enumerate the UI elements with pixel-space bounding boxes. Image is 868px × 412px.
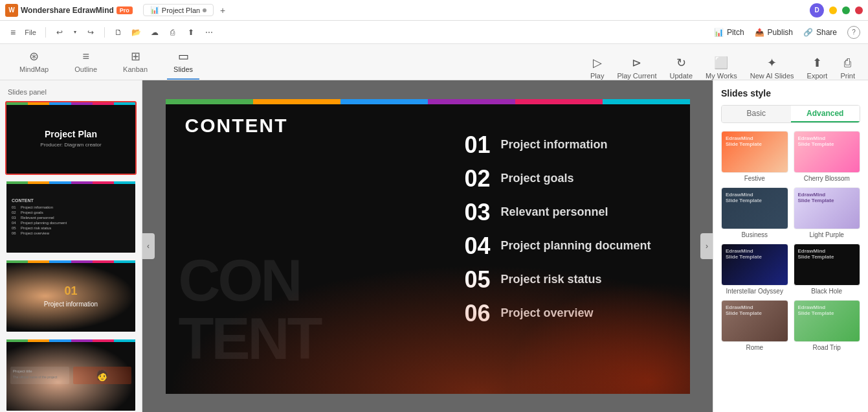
play-button[interactable]: ▷ Play: [590, 56, 604, 80]
tab-bar: 📊 Project Plan +: [143, 4, 229, 17]
item-2-num: 02: [458, 165, 490, 192]
help-button[interactable]: ?: [847, 26, 860, 39]
style-tab-advanced[interactable]: Advanced: [791, 106, 860, 122]
open-file-button[interactable]: 📂: [129, 25, 144, 40]
style-panel-title: Slides style: [721, 88, 860, 98]
style-road-trip[interactable]: EdrawMindSlide Template Road Trip: [794, 300, 861, 351]
play-current-label: Play Current: [617, 72, 656, 80]
item-1-num: 01: [458, 132, 490, 159]
window-maximize-button[interactable]: [842, 6, 850, 14]
slide-1-preview: Project Plan Producer: Diagram creator: [6, 102, 135, 174]
style-business[interactable]: EdrawMindSlide Template Business: [721, 187, 788, 238]
tab-outline[interactable]: ≡ Outline: [68, 45, 104, 80]
active-tab[interactable]: 📊 Project Plan: [143, 4, 214, 16]
item-5-num: 05: [458, 266, 490, 293]
slides-icon: ▭: [178, 49, 189, 63]
expand-style-panel-button[interactable]: ›: [700, 233, 713, 259]
new-file-button[interactable]: 🗋: [111, 25, 126, 40]
user-avatar[interactable]: D: [810, 3, 824, 17]
item-4-num: 04: [458, 233, 490, 260]
style-light-purple[interactable]: EdrawMindSlide Template Light Purple: [794, 187, 861, 238]
canvas-item-4: 04 Project planning document: [458, 233, 651, 260]
canvas-items-list: 01 Project information 02 Project goals …: [458, 132, 651, 327]
slide-3-title: Project information: [44, 301, 98, 308]
black-hole-name: Black Hole: [794, 288, 861, 295]
slide-thumb-3[interactable]: 01 Project information: [5, 259, 137, 333]
rome-thumb: EdrawMindSlide Template: [721, 300, 788, 342]
export-slides-button[interactable]: ⬆ Export: [807, 56, 828, 80]
file-label: File: [25, 29, 36, 36]
undo-button[interactable]: ↩: [52, 25, 67, 40]
slide-2-colorbar: [6, 181, 135, 184]
style-grid: EdrawMindSlide Template Festive EdrawMin…: [721, 131, 860, 351]
canvas-item-6: 06 Project overview: [458, 300, 651, 327]
hamburger-menu-button[interactable]: ≡: [8, 26, 18, 39]
collapse-panel-button[interactable]: ‹: [142, 233, 155, 259]
my-works-label: My Works: [706, 72, 737, 80]
add-tab-button[interactable]: +: [216, 4, 229, 17]
share-button[interactable]: 🔗 Share: [803, 28, 837, 37]
file-menu-button[interactable]: File: [22, 27, 39, 38]
cherry-thumb: EdrawMindSlide Template: [794, 131, 861, 173]
slide-4-inner: Project title The official name of the p…: [6, 363, 135, 388]
style-panel: Slides style Basic Advanced EdrawMindSli…: [713, 80, 868, 412]
item-6-num: 06: [458, 300, 490, 327]
update-label: Update: [670, 72, 693, 80]
style-interstellar[interactable]: EdrawMindSlide Template Interstellar Ody…: [721, 244, 788, 295]
print-button[interactable]: ⎙: [166, 25, 180, 40]
tab-mindmap[interactable]: ⊛ MindMap: [13, 44, 55, 80]
my-works-button[interactable]: ⬜ My Works: [706, 56, 737, 80]
interstellar-name: Interstellar Odyssey: [721, 288, 788, 295]
slides-panel: Slides panel Project Plan Producer: Diag…: [0, 80, 142, 412]
canvas-bg-text: CONTENT: [179, 251, 320, 368]
app-name: Wondershare EdrawMind: [21, 6, 114, 15]
update-button[interactable]: ↻ Update: [670, 56, 693, 80]
style-black-hole[interactable]: EdrawMindSlide Template Black Hole: [794, 244, 861, 295]
canvas-colorbar: [166, 99, 690, 104]
road-trip-name: Road Trip: [794, 344, 861, 351]
road-trip-thumb: EdrawMindSlide Template: [794, 300, 861, 342]
app-logo: W Wondershare EdrawMind Pro: [5, 4, 133, 17]
canvas-content-label: CONTENT: [185, 115, 288, 137]
slide-4-colorbar: [6, 339, 135, 342]
play-current-icon: ⊳: [632, 56, 641, 70]
new-ai-slides-button[interactable]: ✦ New AI Slides: [750, 56, 794, 80]
business-thumb: EdrawMindSlide Template: [721, 187, 788, 229]
slide-thumb-2[interactable]: CONTENT 01Project information 02Project …: [5, 180, 137, 254]
tab-kanban[interactable]: ⊞ Kanban: [117, 44, 154, 80]
mindmap-label: MindMap: [19, 65, 49, 73]
item-1-label: Project information: [500, 138, 607, 152]
update-icon: ↻: [676, 56, 686, 70]
slide-thumb-1[interactable]: Project Plan Producer: Diagram creator: [5, 101, 137, 175]
slide-3-colorbar: [6, 260, 135, 263]
publish-button[interactable]: 📤 Publish: [755, 28, 793, 37]
slide-thumb-4[interactable]: Project title The official name of the p…: [5, 338, 137, 412]
tab-slides[interactable]: ▭ Slides: [167, 44, 199, 80]
style-tab-basic[interactable]: Basic: [722, 106, 791, 122]
canvas-area: ‹ CONTENT CONTENT 01 Project information…: [142, 80, 713, 412]
save-cloud-button[interactable]: ☁: [148, 25, 162, 40]
rome-name: Rome: [721, 344, 788, 351]
window-minimize-button[interactable]: [829, 6, 837, 14]
kanban-icon: ⊞: [131, 49, 140, 63]
title-bar: W Wondershare EdrawMind Pro 📊 Project Pl…: [0, 0, 868, 21]
share-label: Share: [816, 28, 837, 37]
title-bar-left: W Wondershare EdrawMind Pro 📊 Project Pl…: [5, 4, 229, 17]
toolbar-left: ≡ File ↩ ▾ ↪ 🗋 📂 ☁ ⎙ ⬆ ⋯: [8, 25, 216, 40]
slide-2-preview: CONTENT 01Project information 02Project …: [6, 181, 135, 253]
style-festive[interactable]: EdrawMindSlide Template Festive: [721, 131, 788, 182]
new-ai-slides-label: New AI Slides: [750, 72, 794, 80]
window-close-button[interactable]: [855, 6, 863, 14]
slide-1-title: Project Plan: [45, 129, 97, 139]
style-cherry-blossom[interactable]: EdrawMindSlide Template Cherry Blossom: [794, 131, 861, 182]
style-rome[interactable]: EdrawMindSlide Template Rome: [721, 300, 788, 351]
undo-dropdown[interactable]: ▾: [68, 25, 82, 40]
item-6-label: Project overview: [500, 306, 593, 320]
print-slides-button[interactable]: ⎙ Print: [840, 56, 855, 80]
play-current-button[interactable]: ⊳ Play Current: [617, 56, 656, 80]
pitch-button[interactable]: 📊 Pitch: [714, 28, 744, 37]
more-options-button[interactable]: ⋯: [202, 25, 216, 40]
export-button[interactable]: ⬆: [184, 25, 198, 40]
redo-button[interactable]: ↪: [83, 25, 98, 40]
print-slides-label: Print: [840, 72, 855, 80]
